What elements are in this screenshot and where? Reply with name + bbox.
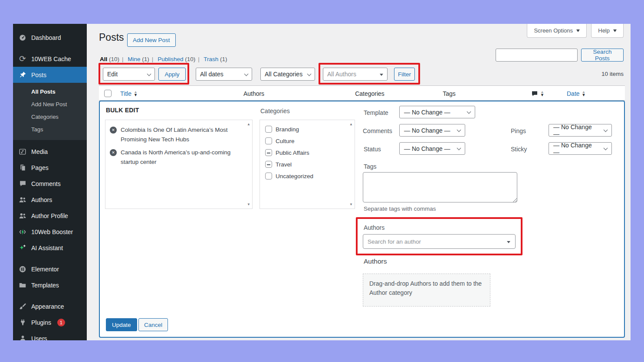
media-icon xyxy=(18,147,27,156)
sidebar-item-posts[interactable]: Posts xyxy=(13,67,87,83)
chevron-down-icon xyxy=(604,146,608,150)
sidebar-item-plugins[interactable]: Plugins 1 xyxy=(13,314,87,330)
template-select[interactable]: — No Change — xyxy=(399,106,475,118)
view-all-link[interactable]: All xyxy=(100,56,107,62)
sidebar-item-comments[interactable]: Comments xyxy=(13,176,87,192)
scrollbar-down-arrow[interactable]: ▼ xyxy=(247,202,250,206)
select-all-checkbox[interactable] xyxy=(104,90,112,97)
sparkle-icon xyxy=(18,244,27,252)
group-icon xyxy=(18,212,27,220)
submenu-categories[interactable]: Categories xyxy=(13,111,87,123)
sort-arrows-icon: ▲▼ xyxy=(134,91,138,97)
chevron-down-icon xyxy=(244,72,249,76)
tags-textarea[interactable] xyxy=(363,172,517,202)
chevron-down-icon xyxy=(307,72,312,76)
comment-icon xyxy=(18,179,27,188)
items-count: 10 items xyxy=(601,71,624,77)
template-label: Template xyxy=(364,109,388,116)
sort-arrows-icon: ▲▼ xyxy=(582,91,586,97)
chevron-down-icon xyxy=(457,146,461,150)
scrollbar-down-arrow[interactable]: ▼ xyxy=(349,202,353,206)
comments-label: Comments xyxy=(363,127,392,134)
submenu-tags[interactable]: Tags xyxy=(13,123,87,136)
status-select[interactable]: — No Change — xyxy=(399,142,465,155)
main-content: Screen Options Help Posts Add New Post S… xyxy=(87,24,631,340)
column-comments[interactable]: ▲▼ xyxy=(531,86,544,101)
view-trash-link[interactable]: Trash xyxy=(204,56,218,62)
elementor-icon xyxy=(18,265,27,274)
sidebar-item-author-profile[interactable]: Author Profile xyxy=(13,208,87,224)
screenshot-canvas: Dashboard ⟳ 10WEB Cache Posts All Posts … xyxy=(0,0,644,362)
cancel-button[interactable]: Cancel xyxy=(138,318,168,331)
authors-section-label: Authors xyxy=(364,258,387,265)
cache-icon: ⟳ xyxy=(18,55,27,63)
view-mine-link[interactable]: Mine xyxy=(128,56,140,62)
sidebar-item-10web-booster[interactable]: 10Web Booster xyxy=(13,224,87,240)
sidebar-item-media[interactable]: Media xyxy=(13,143,87,160)
folder-icon xyxy=(18,281,27,290)
category-checkbox-indeterminate[interactable] xyxy=(265,149,272,156)
booster-bolt-icon xyxy=(18,228,27,236)
apply-button[interactable]: Apply xyxy=(158,68,186,81)
sidebar-item-users[interactable]: Users xyxy=(13,330,87,340)
bulk-edit-post-list: Colombia Is One Of Latin America’s Most … xyxy=(105,120,253,209)
authors-filter-input[interactable] xyxy=(327,71,376,78)
pages-icon xyxy=(18,163,27,172)
chevron-down-icon xyxy=(576,29,580,34)
categories-filter-select[interactable]: All Categories xyxy=(260,68,315,81)
dates-filter-select[interactable]: All dates xyxy=(196,68,252,81)
category-checkbox[interactable] xyxy=(265,126,272,133)
chevron-down-icon xyxy=(457,128,461,132)
pushpin-icon xyxy=(18,71,27,79)
view-published-link[interactable]: Published xyxy=(158,56,183,62)
category-option: Branding xyxy=(265,126,344,133)
posts-table-header: Title ▲▼ Authors Categories Tags ▲▼ Date… xyxy=(99,85,625,101)
tags-label: Tags xyxy=(364,163,377,170)
authors-dropzone[interactable]: Drag-and-drop Authors to add them to the… xyxy=(363,274,490,307)
category-checkbox[interactable] xyxy=(265,173,272,179)
sidebar-item-appearance[interactable]: Appearance xyxy=(13,298,87,314)
remove-post-icon[interactable] xyxy=(110,149,117,156)
category-checkbox-indeterminate[interactable] xyxy=(265,161,272,168)
bulk-post-item: Canada is North America’s up-and-coming … xyxy=(110,148,241,166)
update-button[interactable]: Update xyxy=(106,318,137,331)
scrollbar-up-arrow[interactable]: ▲ xyxy=(247,122,250,126)
dashboard-icon xyxy=(18,33,27,42)
column-categories: Categories xyxy=(355,86,384,101)
sidebar-item-authors[interactable]: Authors xyxy=(13,192,87,208)
author-search-combobox[interactable] xyxy=(363,234,516,249)
remove-post-icon[interactable] xyxy=(110,127,117,134)
sidebar-item-elementor[interactable]: Elementor xyxy=(13,261,87,277)
sidebar-item-10web-cache[interactable]: ⟳ 10WEB Cache xyxy=(13,51,87,67)
sidebar-item-ai-assistant[interactable]: AI Assistant xyxy=(13,240,87,256)
sort-arrows-icon: ▲▼ xyxy=(540,91,544,97)
view-filter-links: All (10)| Mine (1)| Published (10)| Tras… xyxy=(100,56,227,62)
author-search-input[interactable] xyxy=(368,238,503,245)
search-posts-button[interactable]: Search Posts xyxy=(581,49,624,62)
sidebar-item-pages[interactable]: Pages xyxy=(13,160,87,176)
comments-select[interactable]: — No Change — xyxy=(399,124,465,137)
sticky-select[interactable]: — No Change — xyxy=(549,142,612,155)
pings-select[interactable]: — No Change — xyxy=(549,124,612,137)
dropdown-triangle-icon xyxy=(380,74,383,78)
screen-options-button[interactable]: Screen Options xyxy=(527,24,587,38)
help-button[interactable]: Help xyxy=(591,24,624,38)
chevron-down-icon xyxy=(604,128,608,132)
user-icon xyxy=(18,334,27,341)
column-date[interactable]: Date ▲▼ xyxy=(567,86,586,101)
bulk-action-select[interactable]: Edit xyxy=(103,68,155,81)
group-icon xyxy=(18,196,27,204)
sidebar-item-templates[interactable]: Templates xyxy=(13,277,87,293)
search-input[interactable] xyxy=(496,49,578,62)
column-title[interactable]: Title ▲▼ xyxy=(120,86,138,101)
submenu-add-new-post[interactable]: Add New Post xyxy=(13,98,87,111)
submenu-all-posts[interactable]: All Posts xyxy=(13,85,87,98)
scrollbar-up-arrow[interactable]: ▲ xyxy=(349,122,353,126)
sidebar-item-dashboard[interactable]: Dashboard xyxy=(13,29,87,46)
plug-icon xyxy=(18,318,27,327)
add-new-post-button[interactable]: Add New Post xyxy=(127,33,176,47)
tags-hint: Separate tags with commas xyxy=(364,205,436,212)
authors-filter-select[interactable] xyxy=(323,68,388,81)
filter-button[interactable]: Filter xyxy=(394,68,415,81)
category-checkbox[interactable] xyxy=(265,137,272,144)
